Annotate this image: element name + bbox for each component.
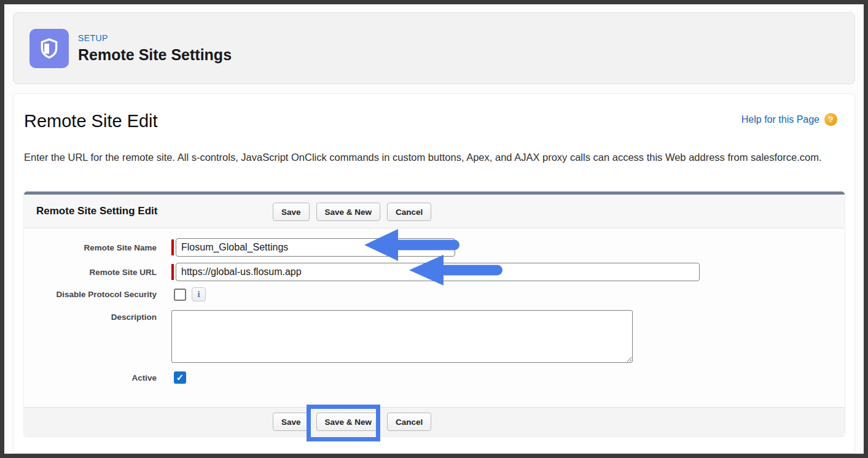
remote-site-name-input[interactable]	[176, 238, 455, 257]
active-checkbox[interactable]: ✓	[174, 371, 186, 384]
save-and-new-button-top[interactable]: Save & New	[316, 203, 381, 221]
active-label: Active	[24, 373, 171, 382]
save-and-new-button-bottom[interactable]: Save & New	[316, 413, 381, 431]
disable-protocol-security-label: Disable Protocol Security	[24, 290, 171, 299]
save-button-bottom[interactable]: Save	[273, 413, 310, 431]
page-heading: Remote Site Edit	[24, 111, 158, 131]
remote-site-url-field	[171, 263, 700, 281]
description-label: Description	[24, 310, 171, 322]
remote-site-settings-screen: SETUP Remote Site Settings Remote Site E…	[0, 0, 868, 458]
shield-setup-icon	[29, 29, 69, 68]
top-button-group: Save Save & New Cancel	[273, 203, 431, 221]
required-indicator-bar	[171, 239, 174, 255]
remote-site-url-input[interactable]	[176, 263, 700, 281]
remote-site-edit-form: Remote Site Setting Edit Save Save & New…	[24, 192, 845, 437]
description-row: Description	[24, 310, 845, 363]
active-row: Active ✓	[24, 371, 845, 384]
setup-header-card: SETUP Remote Site Settings	[13, 12, 855, 84]
help-question-icon[interactable]: ?	[824, 113, 837, 126]
remote-site-name-row: Remote Site Name	[24, 238, 845, 257]
save-button-top[interactable]: Save	[273, 203, 310, 221]
form-body: Remote Site Name Remote Site URL Disable…	[24, 228, 845, 384]
help-for-this-page-link[interactable]: Help for this Page	[741, 114, 819, 125]
remote-site-name-field	[171, 238, 455, 257]
page-description: Enter the URL for the remote site. All s…	[24, 149, 844, 166]
help-row: Help for this Page ?	[741, 113, 837, 126]
form-section-header: Remote Site Setting Edit Save Save & New…	[24, 195, 845, 228]
description-field	[171, 310, 633, 363]
page-title: Remote Site Settings	[78, 46, 232, 64]
remote-site-url-row: Remote Site URL	[24, 263, 845, 281]
remote-site-name-label: Remote Site Name	[24, 243, 171, 252]
remote-site-url-label: Remote Site URL	[24, 268, 171, 277]
active-field: ✓	[171, 371, 186, 384]
form-bottom-bar	[24, 407, 845, 437]
header-text-block: SETUP Remote Site Settings	[78, 33, 232, 64]
setup-breadcrumb-label: SETUP	[78, 33, 232, 43]
shield-icon	[37, 37, 61, 60]
disable-protocol-security-row: Disable Protocol Security i	[24, 287, 845, 301]
cancel-button-bottom[interactable]: Cancel	[387, 413, 431, 431]
section-title: Remote Site Setting Edit	[36, 205, 157, 217]
check-icon: ✓	[176, 372, 184, 383]
required-indicator-bar	[171, 264, 174, 280]
info-icon[interactable]: i	[192, 287, 206, 301]
main-content-card: Remote Site Edit Help for this Page ? En…	[13, 93, 855, 454]
disable-protocol-security-checkbox[interactable]	[174, 289, 186, 301]
description-textarea[interactable]	[171, 310, 633, 363]
disable-protocol-security-field: i	[171, 287, 206, 301]
bottom-button-group: Save Save & New Cancel	[273, 413, 431, 431]
cancel-button-top[interactable]: Cancel	[387, 203, 431, 221]
